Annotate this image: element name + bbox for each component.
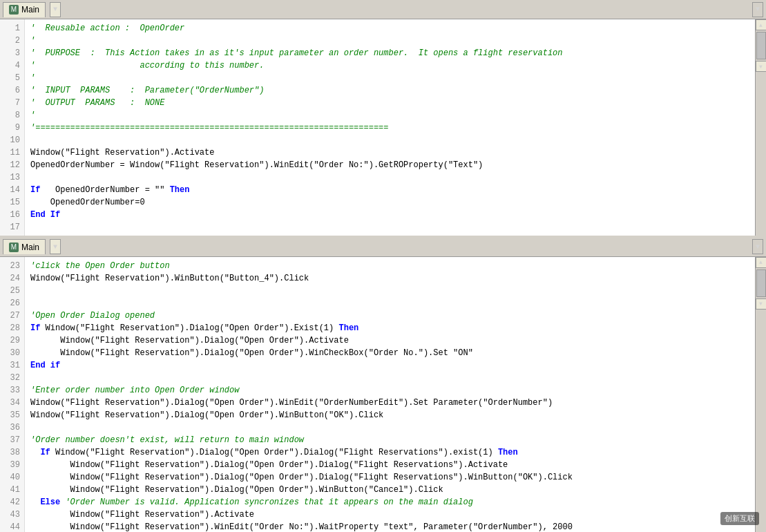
- tab-dropdown-top[interactable]: ▼: [50, 2, 61, 17]
- tab-icon-top: M: [9, 5, 19, 15]
- code-line: Window("Flight Reservation").Activate: [30, 509, 749, 521]
- code-text: OpenedOrderNumber = Window("Flight Reser…: [30, 160, 483, 170]
- line-number: 17: [0, 221, 24, 234]
- comment-text: ' OUTPUT PARAMS : NONE: [30, 98, 164, 108]
- tab-label-top: Main: [21, 5, 39, 15]
- scroll-thumb-bottom[interactable]: [756, 269, 766, 297]
- line-number: 13: [0, 171, 24, 184]
- scrollbar-right-top[interactable]: ▼: [752, 2, 763, 17]
- keyword-text: If: [40, 448, 50, 457]
- code-text: Window("Flight Reservation").Activate: [30, 148, 214, 158]
- line-number: 3: [0, 47, 24, 59]
- line-number: 15: [0, 196, 24, 209]
- line-number: 26: [0, 297, 24, 310]
- comment-text: ': [30, 111, 35, 120]
- code-line: Window("Flight Reservation").Dialog("Ope…: [30, 347, 749, 359]
- code-line: ': [30, 35, 749, 47]
- comment-text: ' PURPOSE : This Action takes in as it's…: [30, 48, 563, 58]
- keyword-text: End if: [30, 361, 60, 370]
- code-line: Window("Flight Reservation").Dialog("Ope…: [30, 459, 749, 471]
- line-numbers-top: 123456789101112131415161718192021: [0, 19, 25, 236]
- line-number: 32: [0, 372, 24, 384]
- main-tab-bottom[interactable]: M Main: [3, 239, 46, 254]
- scroll-thumb-top[interactable]: [756, 32, 766, 59]
- scrollbar-bottom[interactable]: ▲ ▼: [755, 257, 766, 532]
- code-text: OpenedOrderNumber = "": [40, 185, 169, 195]
- code-line: If Window("Flight Reservation").Dialog("…: [30, 322, 749, 334]
- scroll-up-bottom[interactable]: ▲: [756, 257, 767, 268]
- italic-comment-text: 'click the Open Order button: [30, 261, 170, 271]
- code-line: [30, 297, 749, 310]
- code-line: Window("Flight Reservation").WinEdit("Or…: [30, 521, 749, 532]
- comment-text: ' according to this number.: [30, 61, 264, 70]
- line-number: 37: [0, 434, 24, 446]
- tab-dropdown-bottom[interactable]: ▼: [50, 239, 61, 254]
- line-number: 39: [0, 459, 24, 471]
- code-line: [30, 372, 749, 384]
- italic-comment-text: 'Enter order number into Open Order wind…: [30, 386, 239, 395]
- code-text: Window("Flight Reservation").Dialog("Ope…: [40, 323, 338, 333]
- code-line: ': [30, 109, 749, 122]
- code-text: Window("Flight Reservation").Dialog("Ope…: [30, 410, 383, 420]
- code-line: 'click the Open Order button: [30, 260, 749, 272]
- italic-comment-text: 'Order number doesn't exist, will return…: [30, 435, 304, 445]
- line-number: 44: [0, 521, 24, 532]
- watermark: 创新互联: [720, 512, 759, 525]
- keyword-text: Then: [338, 323, 358, 333]
- code-line: OpenedOrderNumber=0: [30, 196, 749, 209]
- code-line: 'Enter order number into Open Order wind…: [30, 384, 749, 397]
- code-line: [30, 421, 749, 434]
- code-line: 'Order number doesn't exist, will return…: [30, 434, 749, 446]
- scroll-up-top[interactable]: ▲: [756, 19, 767, 30]
- code-line: Window("Flight Reservation").Activate: [30, 146, 749, 159]
- tab-label-bottom: Main: [21, 243, 39, 252]
- code-text: [30, 448, 40, 457]
- line-number: 25: [0, 285, 24, 297]
- code-line: 'The order is already opened: [30, 234, 749, 236]
- keyword-text: Then: [170, 185, 190, 195]
- line-number: 38: [0, 446, 24, 459]
- comment-text: ': [30, 73, 35, 83]
- line-number: 43: [0, 509, 24, 521]
- code-line: ': [30, 72, 749, 84]
- line-numbers-bottom: 2324252627282930313233343536373839404142…: [0, 257, 25, 532]
- scrollbar-right-bottom[interactable]: ▼: [752, 239, 763, 254]
- code-line: Window("Flight Reservation").Dialog("Ope…: [30, 397, 749, 409]
- code-line: 'Open Order Dialog opened: [30, 310, 749, 322]
- keyword-text: If: [30, 323, 40, 333]
- line-number: 29: [0, 334, 24, 347]
- line-number: 40: [0, 471, 24, 484]
- code-line: Window("Flight Reservation").Dialog("Ope…: [30, 334, 749, 347]
- line-number: 18: [0, 234, 24, 236]
- bottom-tab-bar: M Main ▼ ▼: [0, 238, 766, 257]
- code-area-top[interactable]: ' Reusable action : OpenOrder'' PURPOSE …: [25, 19, 755, 236]
- main-tab-top[interactable]: M Main: [3, 2, 46, 17]
- comment-text: ' INPUT PARAMS : Parameter("OrderNumber"…: [30, 86, 264, 95]
- line-number: 6: [0, 84, 24, 97]
- code-area-bottom[interactable]: 'click the Open Order buttonWindow("Flig…: [25, 257, 755, 532]
- scroll-down-top[interactable]: ▼: [756, 61, 767, 72]
- code-line: ' OUTPUT PARAMS : NONE: [30, 97, 749, 109]
- line-number: 5: [0, 72, 24, 84]
- keyword-text: Else: [40, 497, 60, 507]
- code-text: Window("Flight Reservation").Dialog("Ope…: [30, 348, 473, 358]
- code-line: OpenedOrderNumber = Window("Flight Reser…: [30, 159, 749, 171]
- code-line: Window("Flight Reservation").Dialog("Ope…: [30, 484, 749, 496]
- code-line: [30, 171, 749, 184]
- code-line: Window("Flight Reservation").Dialog("Ope…: [30, 471, 749, 484]
- italic-comment-text: 'Order Number is valid. Application sync…: [60, 497, 473, 507]
- comment-text: '=======================================…: [30, 123, 388, 133]
- scroll-down-bottom[interactable]: ▼: [756, 298, 767, 310]
- line-number: 24: [0, 272, 24, 285]
- code-text: Window("Flight Reservation").Dialog("Ope…: [50, 448, 498, 457]
- line-number: 31: [0, 359, 24, 372]
- code-text: Window("Flight Reservation").Dialog("Ope…: [30, 398, 553, 408]
- scrollbar-top[interactable]: ▲ ▼: [755, 19, 766, 236]
- code-line: '=======================================…: [30, 122, 749, 134]
- code-text: OpenedOrderNumber=0: [30, 198, 145, 207]
- line-number: 34: [0, 397, 24, 409]
- line-number: 12: [0, 159, 24, 171]
- italic-comment-text: 'The order is already opened: [30, 235, 170, 236]
- line-number: 30: [0, 347, 24, 359]
- code-line: End if: [30, 359, 749, 372]
